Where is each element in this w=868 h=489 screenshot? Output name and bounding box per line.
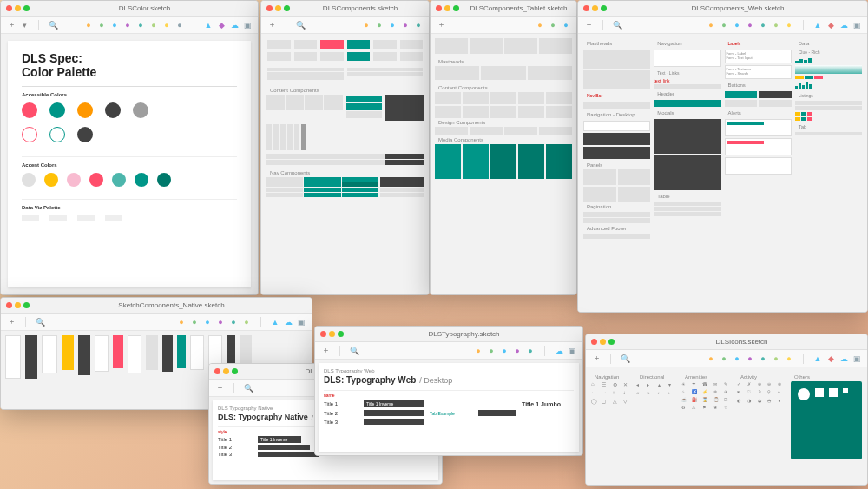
window-title: DLSIcons.sketch [621,338,862,346]
section-label: Clue - Rich [795,48,862,56]
color-swatch [44,173,58,187]
color-swatch [112,173,126,187]
toolbar[interactable]: ＋🔍 ●●●●●●● ▲◆☁▣ [578,17,867,34]
section-label: Panels [583,161,650,169]
dataviz-item [49,215,67,221]
dataviz-item [22,215,39,221]
page-title: DLS: Typography Native [218,413,308,421]
section-label: Media Components [435,135,572,144]
section-label: Directional [636,373,676,381]
window-titlebar[interactable]: DLSComponents_Web.sketch [578,1,867,17]
section-label: Navigation [654,39,720,48]
type-row: Title 2 [218,445,253,450]
section-label: Others [791,373,862,381]
section-label: Buttons [725,81,792,89]
color-swatch [77,127,93,142]
section-label: Header [654,89,720,98]
window-title: SketchComponents_Native.sketch [36,301,306,309]
page-subtitle: / Desktop [419,376,452,385]
type-row: Title 3 [218,452,253,457]
add-icon[interactable]: ＋ [6,20,16,30]
window-titlebar[interactable]: DLSTypography.sketch [315,327,582,342]
section-label: Amenities [681,373,732,381]
window-title: DLSColor.sketch [36,4,253,12]
section-label: Advanced Footer [583,224,650,233]
toolbar[interactable]: ＋🔍 ●●●●●●● ▲◆☁▣ [586,350,867,367]
section-label: Content Components [435,83,572,92]
color-swatch [89,173,103,187]
type-row: Title 1 [218,437,253,442]
section-label: Mastheads [435,57,572,66]
color-swatch [133,102,148,118]
section-label: Mastheads [583,39,650,48]
color-swatch [67,173,81,187]
window-titlebar[interactable]: SketchComponents_Native.sketch [1,298,312,314]
section-label: Labels [725,39,792,48]
color-swatch [49,102,65,118]
window-title: DLSComponents_Web.sketch [614,4,862,12]
section-label: Nav Bar [583,91,650,100]
section-label: Design Components [435,118,572,127]
traffic-lights[interactable] [6,5,30,11]
window-title: DLSComponents.sketch [297,4,424,12]
toolbar-palette[interactable]: ●●●●●●●● [83,20,185,30]
window-title: DLSComponents_Tablet.sketch [466,4,571,12]
window-title: DLSTypography.sketch [351,330,577,338]
section-label: Alerts [725,109,792,117]
section-header: Data Viz Palette [22,205,237,210]
color-swatch-outline [49,127,65,142]
toolbar[interactable]: ＋ ▾ 🔍 ●●●●●●●● ▲◆☁▣ [1,17,258,34]
window-titlebar[interactable]: DLSComponents_Tablet.sketch [431,1,576,17]
color-swatch [105,102,121,118]
type-badge: Title 1 Inverse [258,436,301,443]
window-titlebar[interactable]: DLSIcons.sketch [586,334,867,350]
toolbar[interactable]: ＋🔍 ●●●●● ☁▣ [315,342,582,360]
dataviz-item [77,215,95,221]
color-swatch [135,173,148,187]
color-swatch [22,102,37,118]
section-label: Listings [795,91,862,100]
section-label: Navigation - Desktop [583,110,650,119]
color-swatch [157,173,171,187]
toolbar-right[interactable]: ▲◆☁▣ [203,20,253,30]
section-label: Pagination [583,202,650,211]
zoom-icon[interactable]: 🔍 [48,20,58,30]
page-title: DLS: Typography Web [324,375,416,385]
section-header: Accent Colors [22,162,237,168]
breadcrumb: DLS Typography Web [324,368,574,373]
type-row: Title 3 [324,420,358,425]
page-subtitle: Color Palette [22,65,237,79]
window-titlebar[interactable]: DLSComponents.sketch [261,1,429,17]
section-label: Nav Components [266,169,424,177]
section-header: Accessible Colors [22,92,237,97]
toolbar[interactable]: ＋🔍 ●●●●●● ▲☁▣ [1,314,312,331]
type-jumbo: Title 1 Jumbo [522,401,574,407]
color-swatch [22,173,36,187]
section-label: Tab [795,122,862,131]
window-titlebar[interactable]: DLSColor.sketch [1,1,258,17]
chevron-icon[interactable]: ▾ [19,20,30,30]
dataviz-item [105,215,122,221]
section-label: Content Components [266,86,424,95]
type-badge: Title 1 Inverse [364,400,424,407]
toolbar[interactable]: ＋🔍 ●●●●● [261,17,429,34]
page-title: DLS Spec: [22,51,237,65]
section-label: Navigation [591,373,631,381]
section-label: Modals [654,109,720,117]
type-row: Title 2 [324,411,358,416]
type-row: Title 1 [324,401,358,406]
toolbar[interactable]: ＋ ●●● [431,17,576,34]
section-label: Text - Links [654,69,720,77]
color-swatch-outline [22,127,37,142]
section-label: Data [795,39,862,48]
color-swatch [77,102,93,118]
section-label: Table [654,192,720,201]
section-label: Activity [737,373,786,381]
